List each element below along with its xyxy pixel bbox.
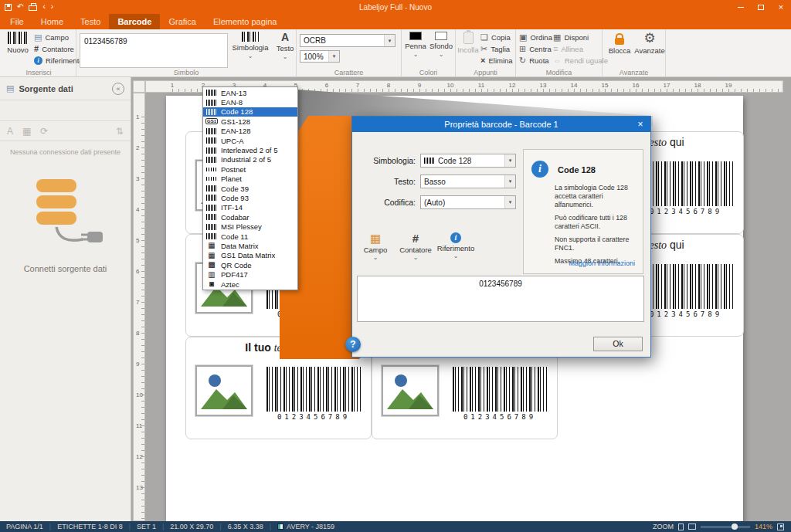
centra-button[interactable]: ⊞ Centra [519, 43, 552, 55]
print-icon[interactable] [29, 5, 37, 11]
dropdown-item-code-128[interactable]: Code 128 [203, 107, 297, 117]
close-button[interactable]: × [771, 0, 791, 14]
dropdown-item-gs1-data-matrix[interactable]: ▦GS1 Data Matrix [203, 251, 297, 260]
dropdown-item-pdf417[interactable]: ▥PDF417 [203, 269, 297, 279]
ruler-corner [133, 80, 145, 93]
quick-access-toolbar: ↶ ‹ › [0, 0, 53, 14]
dropdown-item-label: Industrial 2 of 5 [221, 155, 271, 164]
barcode-type-icon: ▩ [205, 261, 218, 269]
dropdown-item-code-93[interactable]: Code 93 [203, 193, 297, 202]
refresh-icon[interactable]: ⟳ [40, 126, 48, 137]
zoom-slider-handle[interactable] [732, 524, 738, 530]
forward-icon[interactable]: › [51, 3, 53, 11]
table-icon[interactable]: ▦ [22, 126, 31, 137]
fit-page-icon[interactable] [678, 524, 684, 530]
tab-elemento-pagina[interactable]: Elemento pagina [205, 14, 286, 29]
dropdown-item-msi-plessey[interactable]: MSI Plessey [203, 222, 297, 231]
sort-icon[interactable]: ⇅ [116, 126, 124, 137]
field-icon: ▦ [370, 232, 381, 245]
barcode-value-field[interactable]: 0123456789 [80, 33, 228, 68]
ribbon-tabs: FileHomeTestoBarcodeGraficaElemento pagi… [0, 14, 791, 29]
maximize-button[interactable] [751, 0, 771, 14]
collapse-sidebar-button[interactable]: « [112, 83, 124, 95]
avanzate-button[interactable]: ⚙ Avanzate [635, 32, 664, 55]
simbologia-select[interactable]: Code 128 ▾ [420, 154, 516, 168]
tab-home[interactable]: Home [32, 14, 72, 29]
penna-button[interactable]: Penna ⌄ [404, 32, 427, 58]
incolla-button[interactable]: Incolla [457, 32, 479, 54]
fit-width-icon[interactable] [688, 524, 696, 530]
ruler-vertical: 12345678910111213 [133, 93, 145, 521]
dropdown-item-code-39[interactable]: Code 39 [203, 184, 297, 193]
dropdown-item-data-matrix[interactable]: ▦Data Matrix [203, 241, 297, 250]
taglia-button[interactable]: ✂ Taglia [480, 43, 513, 55]
tab-file[interactable]: File [2, 14, 32, 29]
font-icon[interactable]: A [7, 126, 13, 137]
simbologia-button[interactable]: Simbologia ⌄ [233, 32, 268, 59]
barcode-value-editor[interactable]: 0123456789 [357, 276, 644, 322]
testo-button[interactable]: A Testo ⌄ [271, 32, 299, 60]
save-icon[interactable] [5, 4, 12, 11]
back-icon[interactable]: ‹ [42, 3, 45, 11]
dropdown-item-planet[interactable]: Planet [203, 175, 297, 184]
dropdown-item-interleaved-2-of-5[interactable]: Interleaved 2 of 5 [203, 145, 297, 154]
ribbon-group-simbolo: 0123456789 Simbologia ⌄ A Testo ⌄ Simbol… [76, 29, 297, 76]
dropdown-item-itf-14[interactable]: ITF-14 [203, 203, 297, 212]
zoom-slider[interactable] [701, 526, 750, 528]
nuovo-button[interactable]: Nuovo [5, 32, 31, 54]
ok-button[interactable]: Ok [593, 337, 643, 351]
font-size-select[interactable]: 100% ▾ [300, 50, 340, 63]
more-info-link[interactable]: Maggiori informazioni [569, 259, 635, 267]
dropdown-item-upc-a[interactable]: UPC-A [203, 136, 297, 145]
dropdown-item-ean-8[interactable]: EAN-8 [203, 97, 297, 107]
dialog-contatore-button[interactable]: # Contatore ⌄ [397, 232, 434, 269]
barcode-bars [266, 367, 361, 412]
copia-button[interactable]: ❏ Copia [480, 32, 513, 43]
dropdown-item-label: Code 39 [221, 185, 249, 193]
help-button[interactable]: ? [345, 337, 361, 352]
codifica-select[interactable]: (Auto) ▾ [420, 195, 516, 209]
elimina-button[interactable]: × Elimina [480, 55, 513, 66]
ordina-button[interactable]: ▣ Ordina [519, 32, 552, 43]
connect-datasource-link[interactable]: Connetti sorgente dati [0, 264, 131, 273]
dropdown-item-industrial-2-of-5[interactable]: Industrial 2 of 5 [203, 155, 297, 164]
barcode: 0123456789 [266, 367, 361, 425]
ruota-button[interactable]: ↻ Ruota [519, 55, 552, 66]
sfondo-button[interactable]: Sfondo ⌄ [429, 32, 453, 58]
chevron-down-icon: ⌄ [373, 255, 379, 261]
ruler-number: 13 [540, 82, 547, 89]
font-select[interactable]: OCRB ▾ [300, 34, 396, 47]
blocca-button[interactable]: Blocca [606, 32, 633, 55]
dialog-campo-button[interactable]: ▦ Campo ⌄ [357, 232, 394, 269]
dropdown-item-postnet[interactable]: Postnet [203, 164, 297, 174]
tab-grafica[interactable]: Grafica [160, 14, 204, 29]
align-icon: ≡ [553, 45, 558, 53]
tab-barcode[interactable]: Barcode [109, 14, 160, 29]
minimize-button[interactable] [731, 0, 751, 14]
testo-select[interactable]: Basso ▾ [420, 175, 516, 188]
dropdown-item-codabar[interactable]: Codabar [203, 212, 297, 222]
dialog-close-button[interactable]: × [630, 117, 650, 132]
dialog-riferimento-button[interactable]: i Riferimento ⌄ [437, 232, 474, 269]
barcode-type-icon [205, 137, 218, 144]
dropdown-item-gs1-128[interactable]: GS1GS1-128 [203, 117, 297, 126]
ruler-number: 11 [478, 82, 484, 89]
dropdown-item-qr-code[interactable]: ▩QR Code [203, 260, 297, 269]
fullscreen-icon[interactable] [777, 524, 784, 530]
allinea-button[interactable]: ≡ Allinea [553, 43, 608, 55]
ruler-number: 10 [136, 391, 143, 398]
dropdown-item-aztec[interactable]: ◙Aztec [203, 280, 297, 289]
image-placeholder [382, 365, 439, 416]
dropdown-item-ean-128[interactable]: EAN-128 [203, 127, 297, 136]
zoom-percent: 141% [755, 523, 772, 530]
dropdown-item-ean-13[interactable]: EAN-13 [203, 88, 297, 97]
undo-icon[interactable]: ↶ [17, 3, 23, 11]
group-label: Avanzate [603, 69, 665, 76]
disponi-button[interactable]: ▦ Disponi [553, 32, 608, 43]
tab-testo[interactable]: Testo [72, 14, 109, 29]
dropdown-item-code-11[interactable]: Code 11 [203, 232, 297, 241]
rendi-uguale-button[interactable]: ⇔ Rendi uguale [553, 55, 608, 66]
ruler-number: 15 [602, 82, 609, 89]
ruler-number: 17 [664, 82, 670, 89]
chevron-down-icon: ▾ [504, 154, 515, 167]
